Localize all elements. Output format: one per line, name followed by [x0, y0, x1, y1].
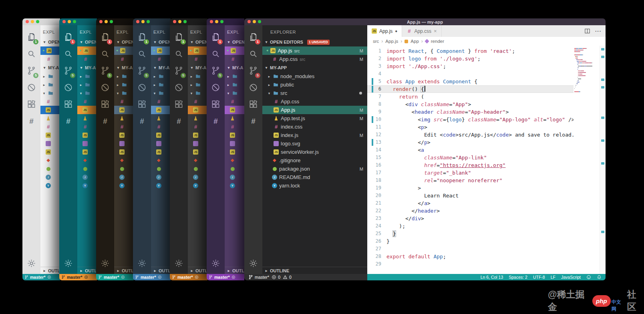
settings-button[interactable] [133, 255, 151, 272]
outline-header[interactable]: ▸ OUTLINE [262, 267, 367, 274]
open-editors-header[interactable]: ▾OPEN1 U [40, 38, 60, 46]
background-window-brown[interactable]: 15#EXPL▾OPEN1 U●JS#▾MY-A▸▸▾#JS#JSJSiY▸OU… [96, 18, 134, 280]
tree-item-logo.svg[interactable] [188, 139, 207, 148]
split-editor-icon[interactable] [584, 28, 590, 34]
tree-item-yarn.lock[interactable]: Y [188, 181, 207, 190]
breadcrumb-item[interactable]: src [373, 39, 379, 44]
tree-item-App.test.js[interactable] [225, 114, 244, 123]
background-window-light[interactable]: 15#EXPL▾OPEN1 U●JS#▾MY-A▸▸▾#JS#JSJSiY▸OU… [22, 18, 60, 280]
activity-explorer[interactable]: 1 [207, 28, 225, 45]
activity-search[interactable] [244, 45, 262, 62]
status-smiley[interactable] [586, 275, 591, 280]
activity-search[interactable] [22, 45, 40, 62]
window-titlebar[interactable]: App.js — my-app [244, 18, 606, 25]
zoom-button[interactable] [36, 20, 39, 23]
activity-explorer[interactable]: 1 [244, 28, 262, 45]
tree-item-src[interactable]: ▾ [151, 89, 171, 97]
status-UTF-8[interactable]: UTF-8 [533, 275, 545, 280]
breadcrumb[interactable]: src›App.js›App›render [367, 37, 606, 46]
settings-button[interactable] [22, 255, 40, 272]
tree-item-node_modules[interactable]: ▸ [151, 72, 171, 81]
close-button[interactable] [136, 20, 139, 23]
open-editor-item[interactable]: ●JS [114, 46, 134, 55]
tree-item-node_modules[interactable]: ▸ [225, 72, 244, 81]
folder-header[interactable]: ▾ MY-APP [262, 63, 367, 72]
folder-header[interactable]: ▾MY-A [151, 63, 171, 72]
open-editors-header[interactable]: ▾ OPEN EDITORS 1 UNSAVED [262, 38, 367, 46]
tree-item-index.js[interactable]: JS [114, 131, 134, 139]
minimize-button[interactable] [68, 20, 71, 23]
activity-source-control[interactable]: 5 [207, 62, 225, 79]
line-number[interactable]: 15 [367, 154, 386, 161]
activity-extensions[interactable] [207, 96, 225, 113]
tree-item-App.css[interactable]: # [188, 97, 207, 106]
tree-item-App.js[interactable]: JSApp.jsM [262, 106, 367, 114]
zoom-button[interactable] [183, 20, 187, 23]
tree-item-serviceWorker.js[interactable]: JS [114, 148, 134, 156]
activity-live-share[interactable]: # [133, 113, 151, 129]
tree-item-App.test.js[interactable] [40, 114, 60, 123]
background-window-slate[interactable]: 15#EXPL▾OPEN1 U●JS#▾MY-A▸▸▾#JS#JSJSiY▸OU… [133, 18, 171, 280]
zoom-button[interactable] [220, 20, 223, 23]
tree-item-serviceWorker.js[interactable]: JS [40, 148, 60, 156]
line-number[interactable]: 17 [367, 169, 386, 177]
tree-item-index.css[interactable]: # [114, 123, 134, 131]
tree-item-public[interactable]: ▸public [262, 81, 367, 89]
line-number[interactable]: 9 [367, 108, 386, 116]
close-button[interactable] [210, 20, 213, 23]
line-number[interactable]: 8 [367, 101, 386, 108]
activity-explorer[interactable]: 1 [22, 28, 40, 45]
open-editor-item[interactable]: ●JS [151, 46, 171, 55]
activity-debug[interactable] [244, 79, 262, 96]
open-editor-item[interactable]: ●JS [40, 46, 60, 55]
tree-item-package.json[interactable] [188, 165, 207, 173]
tree-item-package.json[interactable] [151, 165, 171, 173]
tree-item-App.js[interactable]: JS [188, 106, 207, 114]
open-editor-item[interactable]: # [77, 55, 97, 63]
close-button[interactable] [173, 20, 176, 23]
code-editor[interactable]: 1import React, { Component } from 'react… [367, 46, 606, 274]
tree-item-logo.svg[interactable] [40, 139, 60, 148]
line-number[interactable]: 23 [367, 215, 386, 222]
activity-extensions[interactable] [96, 96, 114, 113]
tree-item-.gitignore[interactable] [225, 156, 244, 165]
activity-live-share[interactable]: # [59, 113, 77, 129]
open-editors-header[interactable]: ▾OPEN1 U [114, 38, 134, 46]
tree-item-index.css[interactable]: # [77, 123, 97, 131]
minimize-button[interactable] [141, 20, 145, 23]
tree-item-App.js[interactable]: JS [225, 106, 244, 114]
settings-button[interactable] [59, 255, 77, 272]
tree-item-index.css[interactable]: # [151, 123, 171, 131]
activity-explorer[interactable]: 1 [59, 28, 77, 45]
tree-item-src[interactable]: ▾ [40, 89, 60, 97]
activity-extensions[interactable] [133, 96, 151, 113]
background-window-purple[interactable]: 15#EXPL▾OPEN1 U●JS#▾MY-A▸▸▾#JS#JSJSiY▸OU… [207, 18, 244, 280]
window-titlebar[interactable] [133, 18, 171, 25]
line-number[interactable]: 28 [367, 253, 386, 260]
activity-live-share[interactable]: # [96, 113, 114, 129]
outline-header[interactable]: ▸OUTL [77, 267, 97, 274]
outline-header[interactable]: ▸OUTL [40, 267, 60, 274]
background-window-graphite[interactable]: 15#EXPL▾OPEN1 U●JS#▾MY-A▸▸▾#JS#JSJSiY▸OU… [170, 18, 207, 280]
line-number[interactable]: 26 [367, 238, 386, 245]
line-number[interactable]: 7 [367, 93, 386, 101]
tree-item-index.css[interactable]: #index.css [262, 123, 367, 131]
tree-item-.gitignore[interactable] [151, 156, 171, 165]
tree-item-public[interactable]: ▸ [188, 81, 207, 89]
tree-item-node_modules[interactable]: ▸ [114, 72, 134, 81]
folder-header[interactable]: ▾MY-A [225, 63, 244, 72]
zoom-button[interactable] [73, 20, 76, 23]
tree-item-yarn.lock[interactable]: Y [40, 181, 60, 190]
tree-item-App.css[interactable]: # [151, 97, 171, 106]
breadcrumb-item[interactable]: App.js [385, 39, 398, 44]
tree-item-index.js[interactable]: JSindex.jsM [262, 131, 367, 139]
tree-item-index.css[interactable]: # [188, 123, 207, 131]
open-editors-header[interactable]: ▾OPEN1 U [151, 38, 171, 46]
line-number[interactable]: 16 [367, 161, 386, 169]
zoom-button[interactable] [110, 20, 113, 23]
activity-live-share[interactable]: # [170, 113, 188, 129]
tree-item-App.js[interactable]: JS [77, 106, 97, 114]
activity-source-control[interactable]: 5 [22, 62, 40, 79]
tree-item-package.json[interactable] [77, 165, 97, 173]
tree-item-.gitignore[interactable] [40, 156, 60, 165]
